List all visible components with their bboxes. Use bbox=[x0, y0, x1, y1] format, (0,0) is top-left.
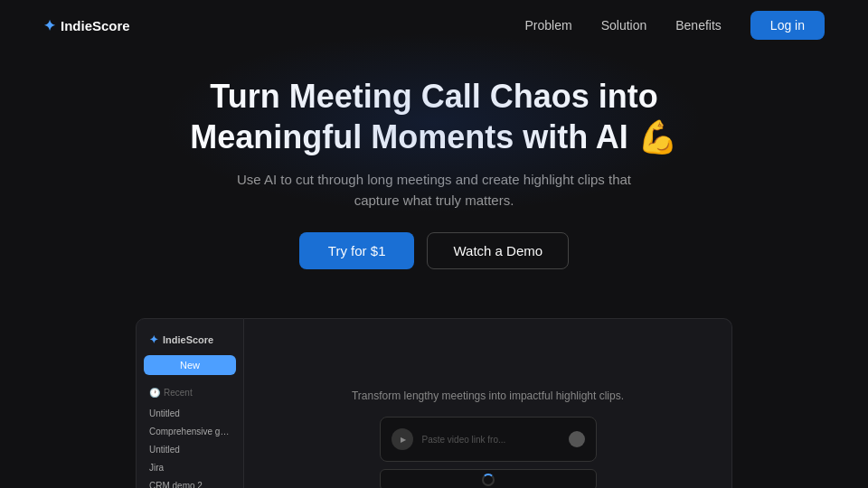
loading-spinner bbox=[482, 474, 495, 486]
hero-title: Turn Meeting Call Chaos into Meaningful … bbox=[163, 76, 705, 157]
video-input-box[interactable]: Paste video link fro... bbox=[380, 417, 597, 462]
main-content-area: Transform lengthy meetings into impactfu… bbox=[244, 318, 732, 488]
list-item[interactable]: Untitled bbox=[144, 441, 236, 458]
nav-problem[interactable]: Problem bbox=[525, 18, 572, 33]
sidebar-logo-icon: ✦ bbox=[149, 333, 158, 346]
hero-title-line1: Turn Meeting Call Chaos into bbox=[210, 78, 657, 115]
progress-bar bbox=[380, 469, 597, 488]
nav-links: Problem Solution Benefits Log in bbox=[525, 11, 825, 40]
login-button[interactable]: Log in bbox=[750, 11, 825, 40]
logo-icon: ✦ bbox=[43, 17, 55, 34]
play-icon bbox=[392, 428, 413, 450]
hero-title-line2: Meaningful Moments with AI 💪 bbox=[190, 118, 678, 155]
sidebar-header: ✦ IndieScore bbox=[144, 330, 236, 355]
logo: ✦ IndieScore bbox=[43, 17, 130, 34]
toggle-dot bbox=[569, 431, 585, 447]
logo-text: IndieScore bbox=[61, 18, 130, 33]
list-item[interactable]: Jira bbox=[144, 459, 236, 476]
nav-benefits[interactable]: Benefits bbox=[675, 18, 722, 33]
try-button[interactable]: Try for $1 bbox=[299, 232, 415, 269]
list-item[interactable]: CRM demo 2 bbox=[144, 477, 236, 488]
sidebar-recent-label: 🕐 Recent bbox=[144, 384, 236, 401]
hero-buttons: Try for $1 Watch a Demo bbox=[43, 232, 825, 269]
sidebar-logo-text: IndieScore bbox=[163, 334, 213, 345]
hero-section: Turn Meeting Call Chaos into Meaningful … bbox=[0, 51, 868, 318]
paste-placeholder-text: Paste video link fro... bbox=[422, 435, 560, 445]
app-preview: ✦ IndieScore New 🕐 Recent Untitled Compr… bbox=[0, 318, 868, 488]
navbar: ✦ IndieScore Problem Solution Benefits L… bbox=[0, 0, 868, 51]
hero-subtitle: Use AI to cut through long meetings and … bbox=[235, 170, 633, 211]
list-item[interactable]: Untitled bbox=[144, 405, 236, 422]
app-sidebar: ✦ IndieScore New 🕐 Recent Untitled Compr… bbox=[136, 318, 244, 488]
nav-solution[interactable]: Solution bbox=[601, 18, 647, 33]
list-item[interactable]: Comprehensive guide for l... bbox=[144, 423, 236, 440]
main-tagline: Transform lengthy meetings into impactfu… bbox=[352, 389, 624, 402]
watch-demo-button[interactable]: Watch a Demo bbox=[427, 232, 569, 269]
sidebar-new-button[interactable]: New bbox=[144, 355, 236, 375]
preview-container: ✦ IndieScore New 🕐 Recent Untitled Compr… bbox=[136, 318, 732, 488]
clock-icon: 🕐 bbox=[149, 388, 160, 398]
